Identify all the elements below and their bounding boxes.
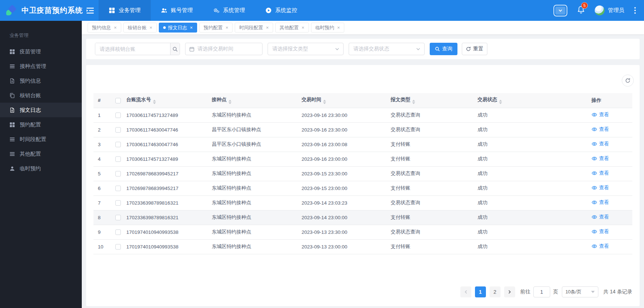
cell-time: 2023-09-16 23:00:08 bbox=[302, 137, 391, 152]
sidebar-item-1[interactable]: 疫苗管理 bbox=[0, 44, 82, 59]
sidebar-item-7[interactable]: 时间段配置 bbox=[0, 132, 82, 147]
row-checkbox[interactable] bbox=[115, 186, 121, 191]
more-menu-button[interactable] bbox=[634, 7, 636, 14]
close-icon[interactable]: × bbox=[114, 25, 117, 30]
column-header-5[interactable]: 交易状态 bbox=[478, 93, 591, 108]
search-input[interactable] bbox=[95, 43, 170, 55]
view-link[interactable]: 查看 bbox=[591, 170, 609, 176]
tab-item-2[interactable]: 核销台账× bbox=[123, 23, 157, 33]
cell-status: 成功 bbox=[478, 137, 591, 152]
eye-icon bbox=[591, 243, 597, 249]
row-checkbox[interactable] bbox=[115, 215, 121, 220]
cell-actions: 查看 bbox=[591, 225, 632, 239]
eye-icon bbox=[591, 141, 597, 147]
sidebar-item-8[interactable]: 其他配置 bbox=[0, 147, 82, 161]
cell-status: 成功 bbox=[478, 181, 591, 195]
close-icon[interactable]: × bbox=[337, 25, 340, 30]
table-refresh-button[interactable] bbox=[622, 75, 634, 87]
goto-page-input[interactable] bbox=[533, 286, 550, 297]
tab-item-7[interactable]: 临时预约× bbox=[311, 23, 345, 33]
column-header-3[interactable]: 交易时间 bbox=[302, 93, 391, 108]
page-size-select[interactable]: 10条/页 bbox=[562, 286, 598, 297]
row-checkbox[interactable] bbox=[115, 142, 121, 147]
tab-item-6[interactable]: 其他配置× bbox=[275, 23, 309, 33]
message-type-select[interactable]: 请选择报文类型 bbox=[268, 43, 344, 55]
row-checkbox[interactable] bbox=[115, 113, 121, 118]
row-checkbox[interactable] bbox=[115, 171, 121, 176]
sort-caret-icon[interactable] bbox=[412, 100, 415, 104]
sort-caret-icon[interactable] bbox=[499, 100, 502, 104]
column-header-1[interactable]: 台账流水号 bbox=[126, 93, 212, 108]
user-menu[interactable]: 管理员 bbox=[595, 5, 624, 15]
sidebar-item-6[interactable]: 预约配置 bbox=[0, 117, 82, 132]
column-header-label: 交易状态 bbox=[478, 97, 497, 102]
view-link[interactable]: 查看 bbox=[591, 126, 609, 133]
view-link[interactable]: 查看 bbox=[591, 243, 609, 250]
cell-index: 10 bbox=[93, 239, 110, 254]
search-submit-button[interactable] bbox=[170, 43, 180, 55]
cell-index: 2 bbox=[93, 122, 110, 137]
tab-item-5[interactable]: 时间段配置× bbox=[235, 23, 273, 33]
pagination-page-2[interactable]: 2 bbox=[490, 286, 501, 297]
view-link[interactable]: 查看 bbox=[591, 199, 609, 206]
cell-time: 2023-09-14 23:00:00 bbox=[302, 210, 391, 225]
view-link[interactable]: 查看 bbox=[591, 155, 609, 162]
cell-status: 成功 bbox=[478, 152, 591, 166]
view-link[interactable]: 查看 bbox=[591, 111, 609, 118]
sort-caret-icon[interactable] bbox=[153, 100, 156, 104]
row-checkbox[interactable] bbox=[115, 127, 121, 133]
close-icon[interactable]: × bbox=[302, 25, 304, 30]
tab-item-4[interactable]: 预约配置× bbox=[199, 23, 233, 33]
notification-bell[interactable]: 5 bbox=[577, 5, 585, 15]
view-link[interactable]: 查看 bbox=[591, 141, 609, 147]
more-dots-icon bbox=[634, 7, 636, 14]
sidebar-item-3[interactable]: 预约信息 bbox=[0, 73, 82, 88]
sort-desc-icon bbox=[412, 102, 415, 104]
fullscreen-button[interactable] bbox=[553, 5, 567, 16]
sidebar-group-label: 业务管理 bbox=[0, 21, 82, 44]
cell-site: 东城区特约接种点 bbox=[212, 108, 302, 122]
transaction-date-picker[interactable]: 请选择交易时间 bbox=[185, 43, 262, 55]
column-header-label: 交易时间 bbox=[302, 97, 321, 102]
sidebar-item-9[interactable]: 临时预约 bbox=[0, 161, 82, 176]
top-menu-item-label: 系统监控 bbox=[275, 7, 297, 14]
row-checkbox[interactable] bbox=[115, 229, 121, 235]
top-menu-item-1[interactable]: 业务管理 bbox=[99, 0, 151, 21]
cell-actions: 查看 bbox=[591, 152, 632, 166]
cell-type: 支付转账 bbox=[391, 181, 478, 195]
close-icon[interactable]: × bbox=[266, 25, 269, 30]
column-header-4[interactable]: 报文类型 bbox=[391, 93, 478, 108]
view-link[interactable]: 查看 bbox=[591, 214, 609, 220]
pagination-prev-button[interactable] bbox=[460, 286, 471, 297]
close-icon[interactable]: × bbox=[226, 25, 229, 30]
transaction-status-select[interactable]: 请选择交易状态 bbox=[349, 43, 425, 55]
query-button-label: 查询 bbox=[442, 46, 452, 52]
top-menu-item-4[interactable]: 系统监控 bbox=[255, 0, 307, 21]
select-all-checkbox[interactable] bbox=[115, 98, 121, 103]
view-link[interactable]: 查看 bbox=[591, 185, 609, 191]
pagination-next-button[interactable] bbox=[504, 286, 515, 297]
sort-caret-icon[interactable] bbox=[229, 100, 231, 104]
column-header-2[interactable]: 接种点 bbox=[212, 93, 302, 108]
close-icon[interactable]: × bbox=[190, 25, 193, 30]
top-menu-item-2[interactable]: 账号管理 bbox=[151, 0, 203, 21]
column-header-label: 报文类型 bbox=[391, 97, 410, 102]
sidebar-item-5[interactable]: 报文日志 bbox=[0, 103, 82, 117]
tab-item-3[interactable]: 报文日志× bbox=[159, 23, 197, 33]
query-button[interactable]: 查询 bbox=[430, 43, 457, 55]
sort-caret-icon[interactable] bbox=[323, 100, 326, 104]
reset-button[interactable]: 重置 bbox=[462, 43, 487, 55]
sidebar-item-2[interactable]: 接种点管理 bbox=[0, 59, 82, 73]
top-menu-item-3[interactable]: 系统管理 bbox=[203, 0, 255, 21]
row-checkbox[interactable] bbox=[115, 244, 121, 250]
cell-serial: 1703061174571327489 bbox=[126, 152, 212, 166]
sidebar-collapse-button[interactable] bbox=[82, 0, 99, 21]
row-checkbox[interactable] bbox=[115, 156, 121, 162]
pagination-page-1[interactable]: 1 bbox=[475, 286, 486, 297]
row-checkbox[interactable] bbox=[115, 200, 121, 206]
sidebar-item-4[interactable]: 核销台账 bbox=[0, 88, 82, 103]
close-icon[interactable]: × bbox=[150, 25, 153, 30]
tab-item-1[interactable]: 预约信息× bbox=[88, 23, 121, 33]
view-link[interactable]: 查看 bbox=[591, 228, 609, 235]
app-title: 中卫疫苗预约系统 bbox=[22, 5, 83, 15]
